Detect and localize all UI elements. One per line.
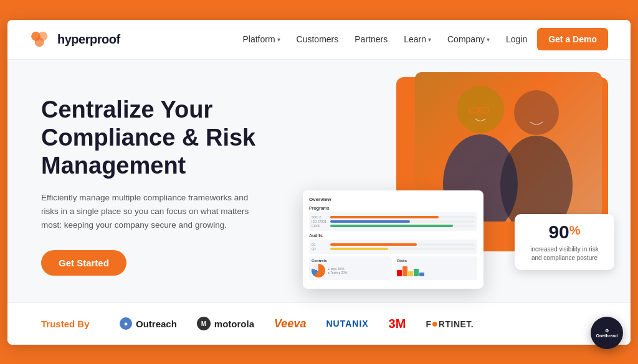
svg-point-3 [457,86,504,133]
onethread-badge[interactable]: ⚙ Onethread [591,317,623,349]
audits-label: Audits [309,233,477,238]
nav-link-customers[interactable]: Customers [290,30,345,48]
hero-section: Centralize Your Compliance & Risk Manage… [7,60,631,302]
nav-links: Platform ▾ Customers Partners Learn ▾ [236,28,608,50]
fortinet-label: F●RTINET. [426,317,474,330]
onethread-icon: ⚙ [605,329,609,334]
risks-card: Risks [394,256,477,280]
hyperproof-logo-icon [30,30,52,48]
nav-cta-item[interactable]: Get a Demo [537,28,608,50]
get-demo-button[interactable]: Get a Demo [537,28,608,50]
audits-card: Q1 Q2 [309,240,477,254]
nav-item-partners[interactable]: Partners [348,30,394,48]
programs-card: SOC 2 ISO 27001 GDPR [309,212,477,231]
stat-number-wrapper: 90% [525,222,604,243]
onethread-label: Onethread [596,334,617,338]
nav-link-login[interactable]: Login [500,30,533,48]
outreach-label: Outreach [136,319,177,329]
brand-nutanix: NUTANIX [326,319,368,329]
brand-veeva: Veeva [274,317,306,330]
stat-symbol: % [569,223,581,236]
bottom-cards-row: Controls ● Impl. 60% ● Testing 20% Risks [309,256,477,280]
brand-fortinet: F●RTINET. [426,317,474,330]
nav-item-customers[interactable]: Customers [290,30,345,48]
brand-3m: 3M [389,317,406,331]
trusted-by-section: Trusted By ● Outreach M motorola Veeva N… [7,302,631,345]
brand-name: hyperproof [57,32,120,47]
chevron-down-icon: ▾ [428,36,431,43]
hero-right: Overview Programs SOC 2 ISO 27001 GDPR A… [315,90,608,282]
chevron-down-icon: ▾ [277,36,280,43]
nav-link-learn[interactable]: Learn ▾ [398,30,437,48]
svg-point-5 [514,90,559,135]
page-wrapper: hyperproof Platform ▾ Customers Partners [7,20,631,345]
dashboard-mockup: Overview Programs SOC 2 ISO 27001 GDPR A… [303,190,483,289]
nav-item-company[interactable]: Company ▾ [441,30,496,48]
donut-chart [312,264,325,278]
trusted-by-label: Trusted By [41,319,97,329]
risk-bars [397,264,475,276]
brand-motorola: M motorola [197,317,254,330]
dashboard-title: Overview [309,197,477,202]
svg-point-2 [35,37,44,47]
brand-logos: ● Outreach M motorola Veeva NUTANIX 3M F… [120,317,474,331]
controls-card: Controls ● Impl. 60% ● Testing 20% [309,256,392,280]
brand-outreach: ● Outreach [120,317,177,330]
get-started-button[interactable]: Get Started [41,250,126,276]
nutanix-label: NUTANIX [326,319,368,329]
motorola-label: motorola [214,319,254,329]
nav-item-learn[interactable]: Learn ▾ [398,30,437,48]
hero-left: Centralize Your Compliance & Risk Manage… [41,96,315,275]
stat-description: increased visibility in risk and complia… [525,245,604,263]
hero-description: Efficiently manage multiple compliance f… [41,191,265,233]
svg-point-6 [500,136,573,222]
nav-link-platform[interactable]: Platform ▾ [236,30,286,48]
nav-item-platform[interactable]: Platform ▾ [236,30,286,48]
logo-area: hyperproof [30,30,236,48]
stat-badge: 90% increased visibility in risk and com… [515,214,614,270]
chevron-down-icon: ▾ [487,36,490,43]
navbar: hyperproof Platform ▾ Customers Partners [7,20,631,60]
stat-number: 90 [548,222,569,243]
nav-link-company[interactable]: Company ▾ [441,30,496,48]
nav-link-partners[interactable]: Partners [348,30,394,48]
programs-label: Programs [309,206,477,210]
3m-label: 3M [389,317,406,331]
hero-title: Centralize Your Compliance & Risk Manage… [41,96,297,179]
outreach-icon: ● [120,317,132,330]
motorola-icon: M [197,317,211,330]
veeva-label: Veeva [274,317,306,330]
nav-item-login[interactable]: Login [500,30,533,48]
